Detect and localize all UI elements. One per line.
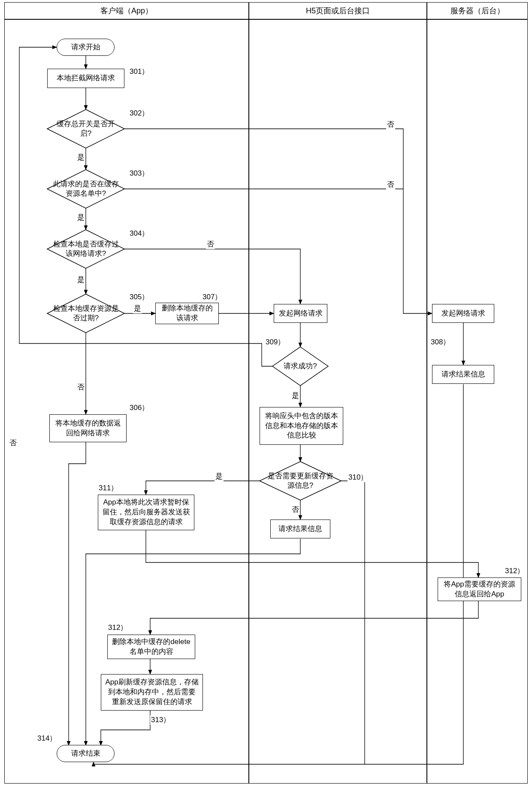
lane-client-label: 客户端（App） xyxy=(100,6,153,16)
n308-l3-result-text: 请求结果信息 xyxy=(441,370,485,380)
step-l3-request: 发起网络请求 xyxy=(432,304,494,323)
lane-server-label: 服务器（后台） xyxy=(450,6,505,16)
lane-body-server xyxy=(427,19,528,784)
n307-text: 删除本地缓存的该请求 xyxy=(159,304,215,323)
lane-h5-label: H5页面或后台接口 xyxy=(306,6,370,16)
lane-header-client: 客户端（App） xyxy=(4,2,249,19)
n309-text: 请求成功? xyxy=(278,362,322,371)
edge-303-no: 否 xyxy=(386,179,395,189)
edge-310-no: 否 xyxy=(291,504,300,514)
step-label-305: 305） xyxy=(129,292,150,302)
lane-header-server: 服务器（后台） xyxy=(427,2,528,19)
lane-body-h5 xyxy=(249,19,427,784)
ncompare-text: 将响应头中包含的版本信息和本地存储的版本信息比较 xyxy=(263,411,339,441)
n313-text: App刷新缓存资源信息，存储到本地和内存中，然后需要重新发送原保留住的请求 xyxy=(105,678,199,707)
terminator-end: 请求结束 xyxy=(57,745,115,762)
decision-302: 缓存总开关是否开启? xyxy=(47,109,124,148)
step-label-302: 302） xyxy=(129,108,150,118)
edge-304-yes: 是 xyxy=(76,275,85,285)
n302-text: 缓存总开关是否开启? xyxy=(47,119,124,138)
step-l2-request: 发起网络请求 xyxy=(274,304,327,323)
decision-303: 此请求的是否在缓存资源名单中? xyxy=(47,170,124,208)
edge-302-no: 否 xyxy=(386,119,395,129)
n308-l2-text: 发起网络请求 xyxy=(279,309,323,319)
step-312-client: 删除本地中缓存的delete名单中的内容 xyxy=(107,635,195,659)
decision-304: 检查本地是否缓存过该网络请求? xyxy=(47,230,124,268)
n310-result-text: 请求结果信息 xyxy=(278,524,322,534)
n303-text: 此请求的是否在缓存资源名单中? xyxy=(47,179,124,198)
step-label-303: 303） xyxy=(129,168,150,178)
step-312-server: 将App需要缓存的资源信息返回给App xyxy=(438,577,521,601)
terminator-start: 请求开始 xyxy=(57,39,115,56)
step-301: 本地拦截网络请求 xyxy=(47,69,124,88)
lane-header-h5: H5页面或后台接口 xyxy=(249,2,427,19)
n312-l3-text: 将App需要缓存的资源信息返回给App xyxy=(441,580,517,599)
edge-302-yes: 是 xyxy=(76,152,85,162)
step-compare: 将响应头中包含的版本信息和本地存储的版本信息比较 xyxy=(260,407,343,445)
step-307: 删除本地缓存的该请求 xyxy=(155,303,219,324)
n310-text: 是否需要更新缓存资源信息? xyxy=(260,471,341,490)
n306-text: 将本地缓存的数据返回给网络请求 xyxy=(53,419,123,438)
edge-309-yes: 是 xyxy=(291,391,300,401)
n301-text: 本地拦截网络请求 xyxy=(57,73,115,83)
step-label-313: 313） xyxy=(150,715,171,725)
edge-303-yes: 是 xyxy=(76,213,85,222)
step-310-result: 请求结果信息 xyxy=(270,520,330,538)
edge-305-no: 否 xyxy=(76,382,85,392)
edge-304-no: 否 xyxy=(206,239,215,249)
step-label-306: 306） xyxy=(129,403,150,413)
decision-309: 请求成功? xyxy=(272,347,328,386)
step-label-310: 310） xyxy=(348,472,369,482)
step-label-311: 311） xyxy=(98,483,119,493)
step-label-308: 308） xyxy=(430,337,451,347)
step-label-312b: 312） xyxy=(107,623,128,632)
flowchart-canvas: 客户端（App） H5页面或后台接口 服务器（后台） xyxy=(0,0,532,787)
edge-309-no: 否 xyxy=(9,438,18,448)
n304-text: 检查本地是否缓存过该网络请求? xyxy=(47,240,124,258)
step-label-309: 309） xyxy=(265,337,286,347)
start-label: 请求开始 xyxy=(71,43,100,52)
step-label-307: 307） xyxy=(202,292,223,302)
step-313: App刷新缓存资源信息，存储到本地和内存中，然后需要重新发送原保留住的请求 xyxy=(101,674,203,711)
edge-310-yes: 是 xyxy=(215,471,224,481)
step-label-301: 301） xyxy=(129,67,150,76)
edge-305-yes: 是 xyxy=(133,304,142,313)
step-311: App本地将此次请求暂时保留住，然后向服务器发送获取缓存资源信息的请求 xyxy=(98,495,194,530)
step-306: 将本地缓存的数据返回给网络请求 xyxy=(49,414,127,442)
step-label-312a: 312） xyxy=(504,566,525,576)
decision-310: 是否需要更新缓存资源信息? xyxy=(260,462,341,500)
step-label-314: 314） xyxy=(36,733,57,743)
n305-text: 检查本地缓存资源是否过期? xyxy=(47,304,124,323)
n312-l1-text: 删除本地中缓存的delete名单中的内容 xyxy=(111,637,191,657)
lane-body-client xyxy=(4,19,249,784)
n311-text: App本地将此次请求暂时保留住，然后向服务器发送获取缓存资源信息的请求 xyxy=(102,498,190,527)
end-label: 请求结束 xyxy=(71,749,100,759)
decision-305: 检查本地缓存资源是否过期? xyxy=(47,294,124,333)
n308-l3-text: 发起网络请求 xyxy=(441,309,485,319)
step-l3-result: 请求结果信息 xyxy=(432,365,494,384)
step-label-304: 304） xyxy=(129,228,150,238)
